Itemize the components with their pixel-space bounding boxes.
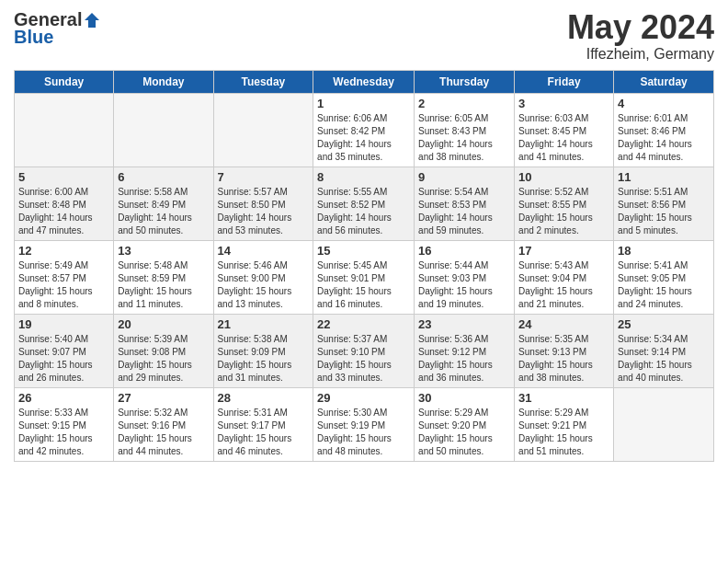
calendar-cell: 24Sunrise: 5:35 AM Sunset: 9:13 PM Dayli…: [515, 314, 614, 387]
day-info: Sunrise: 5:34 AM Sunset: 9:14 PM Dayligh…: [618, 333, 710, 385]
page-header: General Blue May 2024 Iffezheim, Germany: [14, 9, 714, 63]
logo: General Blue: [14, 9, 102, 48]
calendar-cell: 3Sunrise: 6:03 AM Sunset: 8:45 PM Daylig…: [515, 93, 614, 167]
calendar-cell: 20Sunrise: 5:39 AM Sunset: 9:08 PM Dayli…: [114, 314, 213, 387]
calendar-table: SundayMondayTuesdayWednesdayThursdayFrid…: [14, 70, 714, 462]
day-info: Sunrise: 5:33 AM Sunset: 9:15 PM Dayligh…: [18, 407, 109, 458]
day-info: Sunrise: 5:31 AM Sunset: 9:17 PM Dayligh…: [218, 407, 310, 458]
day-number: 10: [518, 170, 609, 184]
day-number: 27: [118, 391, 209, 405]
day-number: 16: [418, 244, 510, 258]
day-info: Sunrise: 5:44 AM Sunset: 9:03 PM Dayligh…: [418, 259, 510, 311]
calendar-cell: 30Sunrise: 5:29 AM Sunset: 9:20 PM Dayli…: [415, 387, 515, 461]
calendar-cell: 23Sunrise: 5:36 AM Sunset: 9:12 PM Dayli…: [415, 314, 515, 387]
day-info: Sunrise: 5:49 AM Sunset: 8:57 PM Dayligh…: [18, 259, 109, 311]
day-info: Sunrise: 5:35 AM Sunset: 9:13 PM Dayligh…: [518, 333, 609, 385]
calendar-week-row: 26Sunrise: 5:33 AM Sunset: 9:15 PM Dayli…: [15, 387, 714, 461]
day-info: Sunrise: 5:40 AM Sunset: 9:07 PM Dayligh…: [18, 333, 109, 385]
day-number: 11: [618, 170, 710, 184]
day-number: 1: [317, 97, 410, 110]
day-info: Sunrise: 6:03 AM Sunset: 8:45 PM Dayligh…: [518, 112, 609, 164]
day-number: 30: [418, 391, 510, 405]
calendar-cell: 14Sunrise: 5:46 AM Sunset: 9:00 PM Dayli…: [213, 240, 313, 314]
calendar-cell: 28Sunrise: 5:31 AM Sunset: 9:17 PM Dayli…: [213, 387, 313, 461]
calendar-week-row: 5Sunrise: 6:00 AM Sunset: 8:48 PM Daylig…: [15, 167, 714, 240]
calendar-cell: 18Sunrise: 5:41 AM Sunset: 9:05 PM Dayli…: [614, 240, 714, 314]
svg-marker-0: [85, 13, 99, 28]
day-info: Sunrise: 5:29 AM Sunset: 9:20 PM Dayligh…: [418, 407, 510, 458]
day-number: 23: [418, 317, 510, 331]
calendar-cell: 16Sunrise: 5:44 AM Sunset: 9:03 PM Dayli…: [415, 240, 515, 314]
day-number: 13: [118, 244, 209, 258]
day-info: Sunrise: 5:41 AM Sunset: 9:05 PM Dayligh…: [618, 259, 710, 311]
calendar-cell: [614, 387, 714, 461]
day-number: 17: [518, 244, 609, 258]
calendar-cell: 5Sunrise: 6:00 AM Sunset: 8:48 PM Daylig…: [15, 167, 114, 240]
day-number: 3: [518, 97, 609, 110]
day-number: 28: [218, 391, 310, 405]
day-number: 2: [418, 97, 510, 110]
day-number: 31: [518, 391, 609, 405]
day-info: Sunrise: 5:43 AM Sunset: 9:04 PM Dayligh…: [518, 259, 609, 311]
day-number: 18: [618, 244, 710, 258]
day-header-wednesday: Wednesday: [313, 70, 415, 93]
calendar-cell: 15Sunrise: 5:45 AM Sunset: 9:01 PM Dayli…: [313, 240, 415, 314]
day-header-sunday: Sunday: [15, 70, 114, 93]
day-header-monday: Monday: [114, 70, 213, 93]
calendar-cell: 13Sunrise: 5:48 AM Sunset: 8:59 PM Dayli…: [114, 240, 213, 314]
day-header-friday: Friday: [515, 70, 614, 93]
calendar-week-row: 1Sunrise: 6:06 AM Sunset: 8:42 PM Daylig…: [15, 93, 714, 167]
calendar-week-row: 19Sunrise: 5:40 AM Sunset: 9:07 PM Dayli…: [15, 314, 714, 387]
calendar-header-row: SundayMondayTuesdayWednesdayThursdayFrid…: [15, 70, 714, 93]
calendar-cell: 11Sunrise: 5:51 AM Sunset: 8:56 PM Dayli…: [614, 167, 714, 240]
day-info: Sunrise: 6:01 AM Sunset: 8:46 PM Dayligh…: [618, 112, 710, 164]
day-number: 14: [218, 244, 310, 258]
calendar-cell: [15, 93, 114, 167]
calendar-cell: [114, 93, 213, 167]
day-info: Sunrise: 5:30 AM Sunset: 9:19 PM Dayligh…: [317, 407, 410, 458]
calendar-cell: 8Sunrise: 5:55 AM Sunset: 8:52 PM Daylig…: [313, 167, 415, 240]
day-number: 29: [317, 391, 410, 405]
day-header-thursday: Thursday: [415, 70, 515, 93]
day-number: 19: [18, 317, 109, 331]
day-info: Sunrise: 5:48 AM Sunset: 8:59 PM Dayligh…: [118, 259, 209, 311]
day-number: 26: [18, 391, 109, 405]
day-info: Sunrise: 5:54 AM Sunset: 8:53 PM Dayligh…: [418, 186, 510, 237]
day-number: 22: [317, 317, 410, 331]
calendar-cell: 1Sunrise: 6:06 AM Sunset: 8:42 PM Daylig…: [313, 93, 415, 167]
day-info: Sunrise: 5:32 AM Sunset: 9:16 PM Dayligh…: [118, 407, 209, 458]
day-info: Sunrise: 5:52 AM Sunset: 8:55 PM Dayligh…: [518, 186, 609, 237]
calendar-cell: 4Sunrise: 6:01 AM Sunset: 8:46 PM Daylig…: [614, 93, 714, 167]
calendar-cell: 2Sunrise: 6:05 AM Sunset: 8:43 PM Daylig…: [415, 93, 515, 167]
calendar-cell: 19Sunrise: 5:40 AM Sunset: 9:07 PM Dayli…: [15, 314, 114, 387]
day-info: Sunrise: 5:46 AM Sunset: 9:00 PM Dayligh…: [218, 259, 310, 311]
day-info: Sunrise: 5:39 AM Sunset: 9:08 PM Dayligh…: [118, 333, 209, 385]
day-number: 12: [18, 244, 109, 258]
day-info: Sunrise: 5:38 AM Sunset: 9:09 PM Dayligh…: [218, 333, 310, 385]
calendar-cell: [213, 93, 313, 167]
day-number: 25: [618, 317, 710, 331]
day-number: 15: [317, 244, 410, 258]
calendar-cell: 26Sunrise: 5:33 AM Sunset: 9:15 PM Dayli…: [15, 387, 114, 461]
day-info: Sunrise: 6:05 AM Sunset: 8:43 PM Dayligh…: [418, 112, 510, 164]
day-info: Sunrise: 5:36 AM Sunset: 9:12 PM Dayligh…: [418, 333, 510, 385]
day-number: 8: [317, 170, 410, 184]
calendar-cell: 10Sunrise: 5:52 AM Sunset: 8:55 PM Dayli…: [515, 167, 614, 240]
calendar-cell: 27Sunrise: 5:32 AM Sunset: 9:16 PM Dayli…: [114, 387, 213, 461]
calendar-cell: 21Sunrise: 5:38 AM Sunset: 9:09 PM Dayli…: [213, 314, 313, 387]
day-number: 24: [518, 317, 609, 331]
calendar-cell: 22Sunrise: 5:37 AM Sunset: 9:10 PM Dayli…: [313, 314, 415, 387]
location: Iffezheim, Germany: [567, 46, 714, 63]
calendar-cell: 6Sunrise: 5:58 AM Sunset: 8:49 PM Daylig…: [114, 167, 213, 240]
day-info: Sunrise: 5:58 AM Sunset: 8:49 PM Dayligh…: [118, 186, 209, 237]
calendar-cell: 7Sunrise: 5:57 AM Sunset: 8:50 PM Daylig…: [213, 167, 313, 240]
day-header-saturday: Saturday: [614, 70, 714, 93]
day-info: Sunrise: 6:00 AM Sunset: 8:48 PM Dayligh…: [18, 186, 109, 237]
calendar-cell: 29Sunrise: 5:30 AM Sunset: 9:19 PM Dayli…: [313, 387, 415, 461]
day-info: Sunrise: 5:55 AM Sunset: 8:52 PM Dayligh…: [317, 186, 410, 237]
title-block: May 2024 Iffezheim, Germany: [567, 9, 714, 63]
day-info: Sunrise: 5:37 AM Sunset: 9:10 PM Dayligh…: [317, 333, 410, 385]
month-year: May 2024: [567, 9, 714, 46]
day-number: 5: [18, 170, 109, 184]
day-number: 21: [218, 317, 310, 331]
